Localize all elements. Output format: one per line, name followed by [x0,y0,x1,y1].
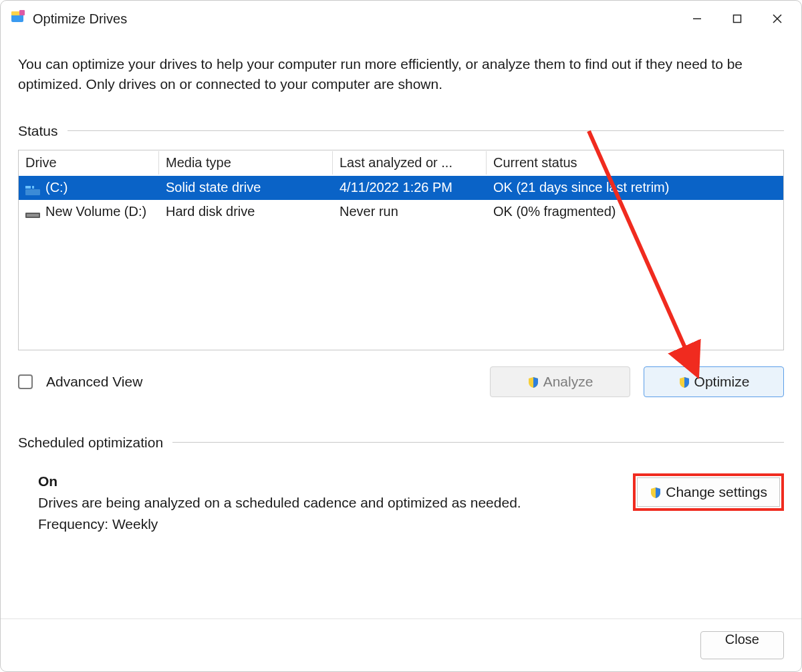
optimize-button-label: Optimize [694,374,750,390]
advanced-view-checkbox[interactable] [18,374,33,389]
scheduled-state: On [38,473,521,489]
status-section: Status Drive Media type Last analyzed or… [18,123,784,397]
svg-rect-2 [19,10,25,15]
svg-rect-9 [32,186,34,189]
close-button[interactable]: Close [700,631,784,659]
shield-icon [678,376,690,388]
drive-media-type: Hard disk drive [159,201,333,222]
ssd-icon [25,183,40,193]
scheduled-description: Drives are being analyzed on a scheduled… [38,495,521,511]
scheduled-section-label: Scheduled optimization [18,435,163,451]
hdd-icon [25,207,40,217]
col-last-analyzed[interactable]: Last analyzed or ... [333,151,487,175]
advanced-view-label: Advanced View [46,374,142,390]
close-window-button[interactable] [757,5,797,32]
drive-list[interactable]: Drive Media type Last analyzed or ... Cu… [18,150,784,350]
scheduled-section: Scheduled optimization On Drives are bei… [18,435,784,532]
drive-name: New Volume (D:) [45,204,146,219]
svg-rect-7 [25,189,40,195]
shield-icon [650,486,662,498]
app-icon [10,9,26,29]
maximize-button[interactable] [717,5,757,32]
col-drive[interactable]: Drive [19,151,159,175]
change-settings-highlight: Change settings [633,473,784,511]
window-controls [677,5,797,32]
svg-rect-11 [27,214,39,217]
titlebar[interactable]: Optimize Drives [1,1,801,37]
status-controls: Advanced View Analyze [18,366,784,397]
drive-media-type: Solid state drive [159,177,333,198]
drive-row-d[interactable]: New Volume (D:) Hard disk drive Never ru… [19,200,783,224]
drive-name: (C:) [45,180,68,195]
minimize-button[interactable] [677,5,717,32]
col-media-type[interactable]: Media type [159,151,333,175]
intro-text: You can optimize your drives to help you… [18,54,784,95]
drive-list-headers: Drive Media type Last analyzed or ... Cu… [19,150,783,176]
footer: Close [1,619,801,671]
scheduled-text: On Drives are being analyzed on a schedu… [38,473,521,532]
drive-last-analyzed: Never run [333,201,487,222]
drive-current-status: OK (21 days since last retrim) [487,177,783,198]
col-current-status[interactable]: Current status [487,151,783,175]
optimize-button[interactable]: Optimize [644,366,784,397]
optimize-drives-window: Optimize Drives You can optimize your dr… [0,0,802,672]
svg-rect-8 [25,186,31,189]
divider [172,442,784,443]
analyze-button-label: Analyze [543,374,593,390]
change-settings-button[interactable]: Change settings [637,477,780,507]
close-button-label: Close [725,632,759,647]
svg-rect-4 [734,15,741,23]
drive-current-status: OK (0% fragmented) [487,201,783,222]
change-settings-label: Change settings [666,484,767,500]
divider [68,130,784,131]
status-section-label: Status [18,123,58,139]
window-title: Optimize Drives [33,11,127,27]
scheduled-frequency: Frequency: Weekly [38,516,521,532]
shield-icon [527,376,539,388]
window-body: You can optimize your drives to help you… [1,37,801,619]
drive-last-analyzed: 4/11/2022 1:26 PM [333,177,487,198]
analyze-button[interactable]: Analyze [490,366,630,397]
drive-row-c[interactable]: (C:) Solid state drive 4/11/2022 1:26 PM… [19,176,783,200]
